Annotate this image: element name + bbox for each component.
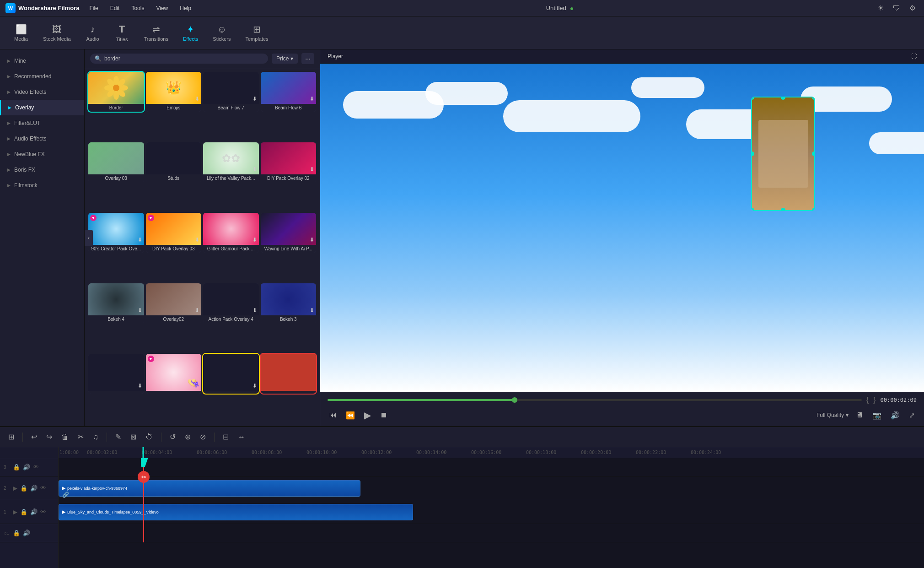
- screen-icon[interactable]: 🖥: [854, 409, 865, 421]
- effect-card-creator[interactable]: ♥ ⬇ 90's Creator Pack Ove...: [88, 213, 144, 253]
- sidebar-item-filmstock[interactable]: ▶ Filmstock: [0, 178, 84, 193]
- tool-audio[interactable]: ♪ Audio: [79, 22, 107, 44]
- bracket-right-icon[interactable]: }: [873, 396, 876, 404]
- tool-media[interactable]: ⬜ Media: [7, 21, 35, 44]
- audio-button[interactable]: ♫: [90, 431, 101, 443]
- sidebar-item-filter-lut[interactable]: ▶ Filter&LUT: [0, 115, 84, 131]
- track1-volume-icon[interactable]: 🔊: [30, 508, 38, 515]
- search-input[interactable]: [104, 55, 263, 62]
- menu-tools[interactable]: Tools: [129, 4, 146, 12]
- delete-button[interactable]: 🗑: [59, 431, 71, 443]
- track2-lock-icon[interactable]: 🔒: [20, 485, 27, 492]
- effect-card-dark3[interactable]: [261, 354, 317, 394]
- selection-handle-bc[interactable]: [781, 208, 785, 211]
- track3-volume-icon[interactable]: 🔊: [23, 464, 30, 471]
- play-button[interactable]: ▶: [362, 408, 373, 422]
- camera-icon[interactable]: 📷: [870, 409, 883, 422]
- resize-button[interactable]: ↔: [235, 431, 248, 443]
- price-button[interactable]: Price ▾: [272, 54, 298, 64]
- split-button[interactable]: ⊟: [220, 431, 231, 443]
- track2-volume-icon[interactable]: 🔊: [30, 485, 38, 492]
- crop-button[interactable]: ⊠: [128, 431, 139, 443]
- audio1-volume-icon[interactable]: 🔊: [23, 530, 30, 536]
- skip-back-button[interactable]: ⏮: [328, 409, 338, 421]
- effects-search-bar: 🔍 Price ▾ ···: [85, 49, 320, 68]
- progress-bar[interactable]: [328, 399, 862, 401]
- rotate-button[interactable]: ↺: [167, 431, 178, 443]
- track1-lock-icon[interactable]: 🔒: [20, 508, 27, 515]
- bracket-left-icon[interactable]: {: [866, 396, 869, 404]
- sidebar-item-newblue[interactable]: ▶ NewBlue FX: [0, 146, 84, 162]
- effect-card-divpack03[interactable]: ♥ ⬇ DIY Pack Overlay 03: [146, 213, 202, 253]
- tool-transitions[interactable]: ⇌ Transitions: [138, 21, 175, 44]
- timeline-tracks[interactable]: 1:00:00 00:00:02:00 00:00:04:00 00:00:06…: [59, 447, 924, 568]
- playhead[interactable]: ✂: [143, 458, 144, 542]
- menu-help[interactable]: Help: [178, 4, 193, 12]
- effect-card-dark1[interactable]: ⬇: [88, 354, 144, 394]
- sidebar-item-video-effects[interactable]: ▶ Video Effects: [0, 84, 84, 100]
- track3-lock-icon[interactable]: 🔒: [13, 464, 20, 471]
- tool-templates[interactable]: ⊞ Templates: [239, 21, 274, 44]
- menu-view[interactable]: View: [154, 4, 170, 12]
- audio1-lock-icon[interactable]: 🔒: [13, 530, 20, 536]
- effect-card-action[interactable]: ⬇ Action Pack Overlay 4: [203, 283, 259, 323]
- more-button[interactable]: ···: [301, 53, 314, 64]
- player-expand-icon[interactable]: ⛶: [911, 53, 917, 60]
- effect-card-border[interactable]: Border: [88, 72, 144, 112]
- cut-button[interactable]: ✂: [75, 431, 86, 443]
- effect-card-glitter[interactable]: ⬇ Glitter Glamour Pack ...: [203, 213, 259, 253]
- sun-icon[interactable]: ☀: [875, 2, 886, 14]
- progress-thumb[interactable]: [512, 397, 517, 403]
- sidebar-item-recommended[interactable]: ▶ Recommended: [0, 69, 84, 84]
- video-clip-2[interactable]: ▶ pexels-vlada-karpov-ch-9368974: [59, 480, 360, 497]
- effect-card-bokeh4[interactable]: ⬇ Bokeh 4: [88, 283, 144, 323]
- effect-card-divpack02[interactable]: ⬇ DIY Pack Overlay 02: [261, 142, 317, 182]
- effect-card-waving[interactable]: ⬇ Waving Line With Ai P...: [261, 213, 317, 253]
- effect-card-overlay02[interactable]: ⬇ Overlay02: [146, 283, 202, 323]
- menu-file[interactable]: File: [87, 4, 100, 12]
- timeline-grid-icon[interactable]: ⊞: [5, 431, 17, 443]
- effect-card-beam7[interactable]: ⬇ Beam Flow 7: [203, 72, 259, 112]
- track2-play-icon[interactable]: ▶: [13, 485, 17, 492]
- stop-button[interactable]: ⏹: [378, 409, 389, 421]
- tool-effects[interactable]: ✦ Effects: [177, 21, 204, 44]
- tool-stickers[interactable]: ☺ Stickers: [206, 22, 237, 44]
- track2-eye-icon[interactable]: 👁: [40, 485, 46, 492]
- effect-card-beam6[interactable]: ⬇ Beam Flow 6: [261, 72, 317, 112]
- tool-titles[interactable]: T Titles: [108, 21, 136, 45]
- effect-card-bokeh3[interactable]: ⬇ Bokeh 3: [261, 283, 317, 323]
- ruler-mark-7: 00:00:14:00: [415, 450, 470, 455]
- zoom-button[interactable]: ⊕: [182, 431, 193, 443]
- time-button[interactable]: ⏱: [143, 431, 156, 443]
- collapse-panel-button[interactable]: ‹: [85, 230, 93, 246]
- main-toolbar: ⬜ Media 🖼 Stock Media ♪ Audio T Titles ⇌…: [0, 16, 924, 49]
- track3-eye-icon[interactable]: 👁: [33, 464, 39, 471]
- speaker-icon[interactable]: 🔊: [889, 409, 902, 422]
- edit-button[interactable]: ✎: [113, 431, 124, 443]
- shield-icon[interactable]: 🛡: [890, 2, 903, 14]
- sidebar-item-mine[interactable]: ▶ Mine: [0, 53, 84, 69]
- track1-eye-icon[interactable]: 👁: [40, 508, 46, 515]
- sidebar-item-overlay[interactable]: ▶ Overlay: [0, 100, 84, 115]
- selection-handle-rc[interactable]: [812, 151, 815, 156]
- effect-card-overlay03[interactable]: Overlay 03: [88, 142, 144, 182]
- tool-stock[interactable]: 🖼 Stock Media: [37, 22, 77, 44]
- search-input-wrap[interactable]: 🔍: [90, 54, 268, 64]
- step-back-button[interactable]: ⏪: [344, 409, 357, 422]
- fullscreen-icon[interactable]: ⤢: [907, 409, 917, 422]
- effect-card-studs[interactable]: Studs: [146, 142, 202, 182]
- settings-icon[interactable]: ⚙: [907, 2, 919, 14]
- undo-button[interactable]: ↩: [28, 431, 40, 443]
- remove-button[interactable]: ⊘: [197, 431, 209, 443]
- quality-button[interactable]: Full Quality ▾: [817, 412, 849, 418]
- effect-card-woman[interactable]: ♥ 👒: [146, 354, 202, 394]
- video-clip-1[interactable]: ▶ Blue_Sky_and_Clouds_Timelapse_0859__Vi…: [59, 504, 413, 520]
- effect-card-dark2[interactable]: ⬇: [203, 354, 259, 394]
- sidebar-item-boris[interactable]: ▶ Boris FX: [0, 162, 84, 178]
- effect-card-lily[interactable]: ✿✿ ⬇ Lily of the Valley Pack...: [203, 142, 259, 182]
- sidebar-item-audio-effects[interactable]: ▶ Audio Effects: [0, 131, 84, 146]
- effect-card-emojis[interactable]: 👑 ⬇ Emojis: [146, 72, 202, 112]
- track1-play-icon[interactable]: ▶: [13, 508, 17, 515]
- redo-button[interactable]: ↪: [43, 431, 55, 443]
- menu-edit[interactable]: Edit: [108, 4, 122, 12]
